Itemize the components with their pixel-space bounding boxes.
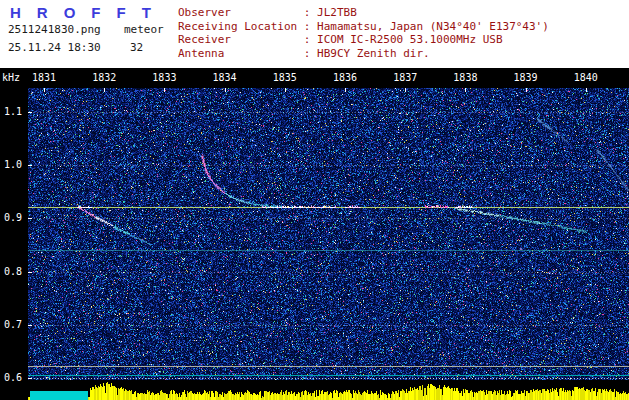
time-tick-label: 1839 bbox=[512, 72, 540, 83]
frequency-tick-label: 0.7 bbox=[0, 319, 22, 330]
station-info-row: Antenna : HB9CY Zenith dir. bbox=[178, 47, 549, 61]
station-info-row: Receiving Location : Hamamatsu, Japan (N… bbox=[178, 20, 549, 34]
time-tick-label: 1833 bbox=[150, 72, 178, 83]
frequency-tick-label: 0.6 bbox=[0, 372, 22, 383]
observation-datetime: 25.11.24 18:30 bbox=[8, 41, 101, 54]
hrofft-output-image: HROFFT 2511241830.png meteor 25.11.24 18… bbox=[0, 0, 629, 400]
time-tick-label: 1838 bbox=[451, 72, 479, 83]
freq-axis-unit-label: kHz bbox=[2, 72, 20, 83]
time-tick-label: 1834 bbox=[211, 72, 239, 83]
frequency-tick-label: 1.0 bbox=[0, 159, 22, 170]
echo-count: 32 bbox=[130, 41, 143, 54]
time-tick-label: 1831 bbox=[30, 72, 58, 83]
time-tick-label: 1832 bbox=[90, 72, 118, 83]
frequency-tick-label: 1.1 bbox=[0, 106, 22, 117]
time-tick-label: 1840 bbox=[572, 72, 600, 83]
station-info: Observer : JL2TBBReceiving Location : Ha… bbox=[178, 6, 549, 60]
time-tick-label: 1835 bbox=[271, 72, 299, 83]
spectrogram-canvas bbox=[28, 88, 629, 400]
station-info-row: Receiver : ICOM IC-R2500 53.1000MHz USB bbox=[178, 33, 549, 47]
frequency-tick-label: 0.9 bbox=[0, 212, 22, 223]
app-title: HROFFT bbox=[10, 4, 167, 21]
station-info-row: Observer : JL2TBB bbox=[178, 6, 549, 20]
frequency-tick-label: 0.8 bbox=[0, 266, 22, 277]
mode-label: meteor bbox=[124, 23, 164, 36]
spectrogram-panel: 1.11.00.90.80.70.6 bbox=[0, 88, 629, 400]
time-tick-label: 1836 bbox=[331, 72, 359, 83]
time-tick-label: 1837 bbox=[391, 72, 419, 83]
time-axis: kHz 183118321833183418351836183718381839… bbox=[0, 68, 629, 88]
output-filename: 2511241830.png bbox=[8, 23, 101, 36]
